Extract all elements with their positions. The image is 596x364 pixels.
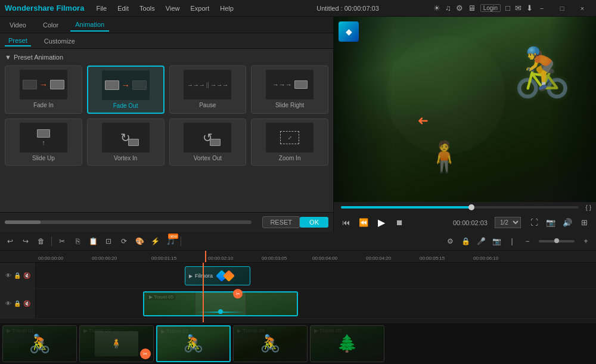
- undo-button[interactable]: ↩: [4, 235, 17, 248]
- filmora-logo-graphic: [218, 272, 233, 280]
- film-clip-5[interactable]: ▶Travel 05 🌲: [310, 325, 384, 362]
- minimize-button[interactable]: −: [533, 2, 551, 14]
- preset-vortex-in[interactable]: ↻ Vortex In: [87, 119, 164, 166]
- film-bg-4: 🚴: [234, 326, 307, 362]
- new-badge: new: [168, 234, 178, 239]
- login-button[interactable]: Login: [480, 4, 501, 12]
- preset-label-slide-right: Slide Right: [275, 102, 304, 108]
- stop-button[interactable]: ⏹: [392, 216, 406, 230]
- track-eye-logo[interactable]: 👁: [5, 272, 11, 279]
- menu-edit[interactable]: Edit: [113, 4, 134, 13]
- filmstrip: ▶Travel 01 🚴 ▶Travel 02 🧍 ✂: [0, 322, 596, 364]
- preset-slide-right[interactable]: →→→ Slide Right: [251, 66, 328, 114]
- menu-file[interactable]: File: [91, 4, 111, 13]
- speed-button[interactable]: ⚡: [148, 235, 162, 248]
- clip-filmora-icon: ▶: [189, 273, 193, 279]
- preview-area: 🚴 🧍 ➜ ◆: [334, 17, 596, 202]
- ruler-0: 00:00:00:00: [38, 256, 63, 261]
- track-lock-logo[interactable]: 🔒: [14, 272, 21, 279]
- magnet-button[interactable]: 🔒: [459, 235, 472, 248]
- plus-button[interactable]: +: [579, 235, 592, 248]
- titlebar: Wondershare Filmora File Edit Tools View…: [0, 0, 596, 17]
- ruler-610: 00:00:06:10: [473, 256, 498, 261]
- progress-thumb[interactable]: [468, 204, 474, 210]
- mail-icon[interactable]: ✉: [515, 4, 522, 13]
- audio-button[interactable]: 🎵 new: [164, 235, 177, 248]
- track-lock-video[interactable]: 🔒: [14, 300, 21, 307]
- play-button[interactable]: ▶: [374, 216, 389, 230]
- collapse-arrow[interactable]: ▼: [5, 54, 11, 61]
- paste-button[interactable]: 📋: [86, 235, 100, 248]
- download-icon[interactable]: ⬇: [526, 4, 533, 13]
- cut-button[interactable]: ✂: [55, 235, 69, 248]
- preview-filmora-logo: ◆: [339, 21, 359, 42]
- color-button[interactable]: 🎨: [133, 235, 146, 248]
- preset-zoom-in[interactable]: ⤢ Zoom In: [251, 119, 328, 166]
- gear-icon[interactable]: ⚙: [456, 4, 463, 13]
- preset-thumb-fade-in: →: [20, 70, 67, 99]
- minus-button[interactable]: −: [521, 235, 534, 248]
- volume-button[interactable]: 🔊: [560, 216, 575, 230]
- track-content-logo: ▶ Filmora: [36, 263, 596, 288]
- fullscreen-button[interactable]: ⛶: [527, 216, 541, 230]
- preset-slide-up[interactable]: ↑ Slide Up: [5, 119, 82, 166]
- film-clip-2[interactable]: ▶Travel 02 🧍 ✂: [79, 325, 154, 362]
- tab-animation[interactable]: Animation: [70, 18, 109, 32]
- step-back-button[interactable]: ⏪: [356, 216, 371, 230]
- ruler-marks: 00:00:00:00 00:00:00:20 00:00:01:15 00:0…: [38, 251, 594, 262]
- clip-travel-05[interactable]: ▶ Travel 05: [143, 291, 298, 316]
- camera-button[interactable]: 📷: [490, 235, 503, 248]
- sun-icon[interactable]: ☀: [433, 4, 440, 13]
- track-mute-logo[interactable]: 🔇: [23, 272, 30, 279]
- settings-button[interactable]: ⚙: [443, 235, 457, 248]
- zoom-thumb[interactable]: [554, 238, 559, 243]
- ruler-420: 00:00:04:20: [366, 256, 391, 261]
- reset-button[interactable]: RESET: [262, 216, 300, 228]
- mic-button[interactable]: 🎤: [474, 235, 488, 248]
- close-button[interactable]: ×: [573, 2, 591, 14]
- sub-tab-customize[interactable]: Customize: [41, 36, 79, 46]
- crop-button[interactable]: ⊡: [102, 235, 115, 248]
- section-title: Preset Animation: [14, 54, 63, 61]
- horizontal-scrollbar[interactable]: [5, 220, 252, 224]
- delete-button[interactable]: 🗑: [35, 235, 48, 248]
- more-button[interactable]: ⊞: [577, 216, 591, 230]
- preset-vortex-out[interactable]: ↺ Vortex Out: [169, 119, 247, 166]
- tab-color[interactable]: Color: [38, 19, 63, 31]
- split-button[interactable]: |: [505, 235, 519, 248]
- menu-tools[interactable]: Tools: [135, 4, 160, 13]
- preview-video: 🚴 🧍 ➜ ◆: [334, 17, 596, 202]
- film-clip-3[interactable]: ▶Travel 03 🚴: [156, 325, 231, 362]
- clip-bg: ▶ Travel 05: [144, 293, 297, 315]
- menu-bar: File Edit Tools View Export Help: [91, 4, 262, 13]
- monitor-icon[interactable]: 🖥: [468, 4, 476, 13]
- tab-video[interactable]: Video: [5, 19, 31, 31]
- redo-button[interactable]: ↪: [19, 235, 32, 248]
- rotate-button[interactable]: ⟳: [117, 235, 131, 248]
- track-mute-video[interactable]: 🔇: [23, 300, 30, 307]
- ratio-select[interactable]: 1/2 1/1 1/4: [495, 217, 521, 228]
- menu-help[interactable]: Help: [215, 4, 238, 13]
- preset-pause[interactable]: →→→ || →→→ Pause: [169, 66, 247, 114]
- progress-bar[interactable]: [341, 206, 579, 209]
- ruler-115: 00:00:01:15: [151, 256, 176, 261]
- sub-tab-preset[interactable]: Preset: [5, 36, 31, 46]
- preset-fade-out[interactable]: → Fade Out: [87, 66, 164, 114]
- film-clip-1[interactable]: ▶Travel 01 🚴: [2, 325, 77, 362]
- film-clip-4[interactable]: ▶Travel 04 🚴: [233, 325, 308, 362]
- track-eye-video[interactable]: 👁: [5, 300, 11, 307]
- copy-button[interactable]: ⎘: [71, 235, 84, 248]
- snapshot-button[interactable]: 📷: [544, 216, 558, 230]
- toolbar-separator-2: [181, 237, 181, 246]
- ok-button[interactable]: OK: [300, 217, 328, 228]
- zoom-slider[interactable]: [539, 240, 575, 242]
- windows-icon[interactable]: □: [505, 4, 510, 13]
- film-icon-3: 🚴: [157, 326, 229, 361]
- maximize-button[interactable]: □: [553, 2, 571, 14]
- music-icon[interactable]: ♫: [445, 4, 451, 13]
- preset-fade-in[interactable]: → Fade In: [5, 66, 82, 114]
- menu-export[interactable]: Export: [185, 4, 214, 13]
- menu-view[interactable]: View: [161, 4, 185, 13]
- skip-back-button[interactable]: ⏮: [339, 216, 353, 230]
- clip-filmora[interactable]: ▶ Filmora: [185, 266, 250, 285]
